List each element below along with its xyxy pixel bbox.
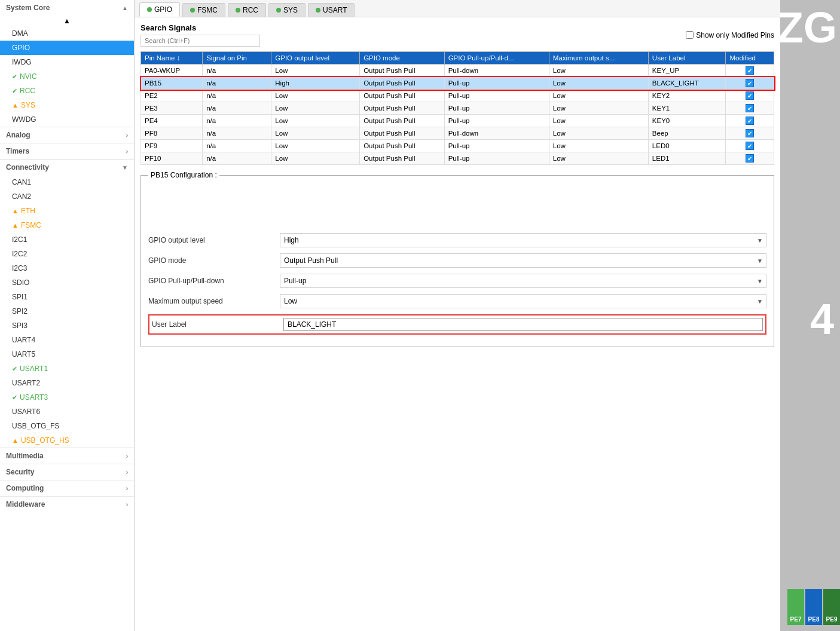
col-mode[interactable]: GPIO mode (360, 52, 445, 65)
sidebar-item-gpio[interactable]: GPIO (0, 41, 134, 55)
sidebar-item-spi3[interactable]: SPI3 (0, 318, 134, 333)
table-row[interactable]: PE4n/aLowOutput Push PullPull-upLowKEY0✔ (141, 115, 774, 127)
usart6-label: USART6 (12, 408, 40, 416)
sidebar-item-i2c3[interactable]: I2C3 (0, 261, 134, 275)
pin-pe7[interactable]: PE7 (787, 589, 804, 625)
modified-checkbox[interactable]: ✔ (726, 152, 774, 165)
tab-rcc[interactable]: RCC (228, 3, 266, 17)
modified-checkbox[interactable]: ✔ (726, 77, 774, 90)
right-panel: ZG 4 PE7 PE8 PE9 (780, 0, 840, 631)
modified-checkbox[interactable]: ✔ (726, 115, 774, 127)
modified-checkbox[interactable]: ✔ (726, 127, 774, 140)
sidebar-item-sdio[interactable]: SDIO (0, 275, 134, 290)
table-row[interactable]: PB15n/aHighOutput Push PullPull-upLowBLA… (141, 77, 774, 90)
can2-label: CAN2 (12, 192, 31, 201)
sidebar-item-eth[interactable]: ▲ ETH (0, 204, 134, 218)
search-input[interactable] (140, 35, 260, 47)
sidebar-section-analog[interactable]: Analog › (0, 127, 134, 143)
spi1-label: SPI1 (12, 293, 28, 301)
fsmc-label: FSMC (21, 221, 41, 229)
sidebar-item-uart4[interactable]: UART4 (0, 333, 134, 347)
search-signals-title: Search Signals (140, 23, 260, 32)
config-legend: PB15 Configuration : (148, 171, 219, 179)
col-label[interactable]: User Label (648, 52, 726, 65)
sidebar-item-can1[interactable]: CAN1 (0, 175, 134, 189)
speed-label: Maximum output speed (148, 297, 280, 305)
output-level-select[interactable]: Low High (280, 233, 766, 247)
sidebar-item-i2c1[interactable]: I2C1 (0, 232, 134, 247)
scroll-up-arrow[interactable]: ▲ (0, 16, 134, 26)
col-modified[interactable]: Modified (726, 52, 774, 65)
usart3-check-icon: ✔ (12, 394, 17, 402)
modified-checkbox[interactable]: ✔ (726, 65, 774, 77)
sidebar-section-multimedia[interactable]: Multimedia › (0, 448, 134, 464)
col-pull[interactable]: GPIO Pull-up/Pull-d... (444, 52, 549, 65)
sidebar-item-usart3[interactable]: ✔ USART3 (0, 390, 134, 405)
modified-checkbox[interactable]: ✔ (726, 90, 774, 102)
usart3-label: USART3 (20, 393, 48, 402)
mode-select[interactable]: Output Push Pull Output Open Drain Input… (280, 253, 766, 268)
sidebar-item-spi1[interactable]: SPI1 (0, 290, 134, 304)
sidebar-item-fsmc[interactable]: ▲ FSMC (0, 218, 134, 232)
show-modified-checkbox[interactable] (686, 31, 694, 39)
sidebar-section-security[interactable]: Security › (0, 464, 134, 480)
can1-label: CAN1 (12, 178, 31, 186)
gpio-tab-label: GPIO (154, 5, 172, 14)
sidebar-item-dma[interactable]: DMA (0, 26, 134, 41)
table-row[interactable]: PE2n/aLowOutput Push PullPull-upLowKEY2✔ (141, 90, 774, 102)
uart5-label: UART5 (12, 350, 35, 359)
sidebar-item-usart1[interactable]: ✔ USART1 (0, 362, 134, 376)
sidebar-item-iwdg[interactable]: IWDG (0, 55, 134, 69)
pin-pe9[interactable]: PE9 (823, 589, 840, 625)
sidebar-item-rcc[interactable]: ✔ RCC (0, 84, 134, 98)
modified-checkbox[interactable]: ✔ (726, 102, 774, 115)
speed-select[interactable]: Low Medium High Very High (280, 294, 766, 308)
sidebar-item-spi2[interactable]: SPI2 (0, 304, 134, 318)
sidebar-item-usb-otg-hs[interactable]: ▲ USB_OTG_HS (0, 433, 134, 448)
sidebar-section-timers[interactable]: Timers › (0, 143, 134, 159)
sidebar-item-nvic[interactable]: ✔ NVIC (0, 69, 134, 84)
pull-select[interactable]: No pull-up and no pull-down Pull-up Pull… (280, 274, 766, 288)
sidebar-item-sys[interactable]: ▲ SYS (0, 98, 134, 112)
usart-tab-label: USART (323, 6, 347, 14)
user-label-input[interactable] (283, 318, 763, 331)
table-row[interactable]: PF10n/aLowOutput Push PullPull-upLowLED1… (141, 152, 774, 165)
output-level-select-wrapper: Low High ▼ (280, 233, 766, 247)
tab-gpio[interactable]: GPIO (139, 2, 180, 17)
chevron-up-icon: ▲ (122, 5, 128, 11)
sidebar-item-i2c2[interactable]: I2C2 (0, 247, 134, 261)
col-speed[interactable]: Maximum output s... (549, 52, 648, 65)
table-row[interactable]: PA0-WKUPn/aLowOutput Push PullPull-downL… (141, 65, 774, 77)
rcc-check-icon: ✔ (12, 87, 17, 95)
user-label-row: User Label (148, 314, 766, 335)
tab-usart[interactable]: USART (308, 3, 355, 17)
col-signal[interactable]: Signal on Pin (203, 52, 271, 65)
sidebar-section-computing[interactable]: Computing › (0, 480, 134, 496)
sidebar-item-usart6[interactable]: USART6 (0, 405, 134, 419)
modified-checkbox[interactable]: ✔ (726, 140, 774, 152)
table-row[interactable]: PF8n/aLowOutput Push PullPull-downLowBee… (141, 127, 774, 140)
user-label-label: User Label (152, 320, 283, 329)
tab-fsmc[interactable]: FSMC (182, 3, 225, 17)
sidebar-item-usart2[interactable]: USART2 (0, 376, 134, 390)
sidebar-item-usb-otg-fs[interactable]: USB_OTG_FS (0, 419, 134, 433)
sidebar-section-systemcore[interactable]: System Core ▲ (0, 0, 134, 16)
sidebar-item-can2[interactable]: CAN2 (0, 189, 134, 204)
sys-warn-icon: ▲ (12, 102, 19, 109)
col-level[interactable]: GPIO output level (271, 52, 360, 65)
show-modified-area: Show only Modified Pins (686, 31, 774, 39)
sidebar-section-connectivity[interactable]: Connectivity ▼ (0, 159, 134, 175)
table-row[interactable]: PF9n/aLowOutput Push PullPull-upLowLED0✔ (141, 140, 774, 152)
pin-pe8[interactable]: PE8 (805, 589, 822, 625)
col-pin-name[interactable]: Pin Name ↕ (141, 52, 203, 65)
sidebar: System Core ▲ ▲ DMA GPIO IWDG ✔ NVIC ✔ R… (0, 0, 135, 631)
sidebar-item-wwdg[interactable]: WWDG (0, 112, 134, 127)
sidebar-section-middleware[interactable]: Middleware › (0, 496, 134, 512)
usart-tab-dot (316, 8, 320, 13)
table-row[interactable]: PE3n/aLowOutput Push PullPull-upLowKEY1✔ (141, 102, 774, 115)
num-text: 4 (810, 298, 840, 341)
output-level-label: GPIO output level (148, 236, 280, 244)
sidebar-item-uart5[interactable]: UART5 (0, 347, 134, 362)
eth-warn-icon: ▲ (12, 207, 19, 215)
tab-sys[interactable]: SYS (268, 3, 306, 17)
